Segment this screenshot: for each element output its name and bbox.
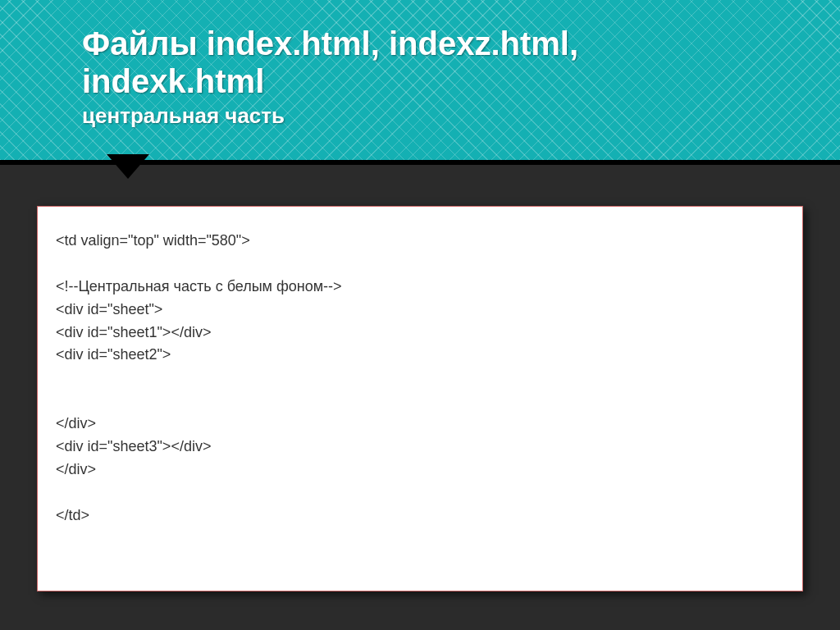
code-block: <td valign="top" width="580"> <!--Центра… [37, 206, 803, 591]
code-line [56, 390, 784, 413]
code-line: </div> [56, 459, 784, 482]
content-area: <td valign="top" width="580"> <!--Центра… [0, 165, 840, 591]
code-line [56, 482, 784, 504]
code-line: </td> [56, 504, 784, 527]
header-notch-icon [107, 154, 149, 179]
code-line: </div> [56, 413, 784, 436]
slide-header: Файлы index.html, indexz.html, indexk.ht… [0, 0, 840, 165]
code-line: <div id="sheet3"></div> [56, 436, 784, 459]
code-line [56, 253, 784, 276]
code-line: <div id="sheet2"> [56, 344, 784, 367]
code-line: <td valign="top" width="580"> [56, 230, 784, 253]
slide-title: Файлы index.html, indexz.html, indexk.ht… [82, 25, 791, 100]
code-line: <div id="sheet1"></div> [56, 322, 784, 345]
code-line [56, 367, 784, 390]
title-line-1: Файлы index.html, indexz.html, [82, 25, 578, 62]
code-line: <!--Центральная часть с белым фоном--> [56, 276, 784, 299]
title-line-2: indexk.html [82, 63, 264, 99]
slide-subtitle: центральная часть [82, 103, 791, 129]
code-line: <div id="sheet"> [56, 299, 784, 322]
